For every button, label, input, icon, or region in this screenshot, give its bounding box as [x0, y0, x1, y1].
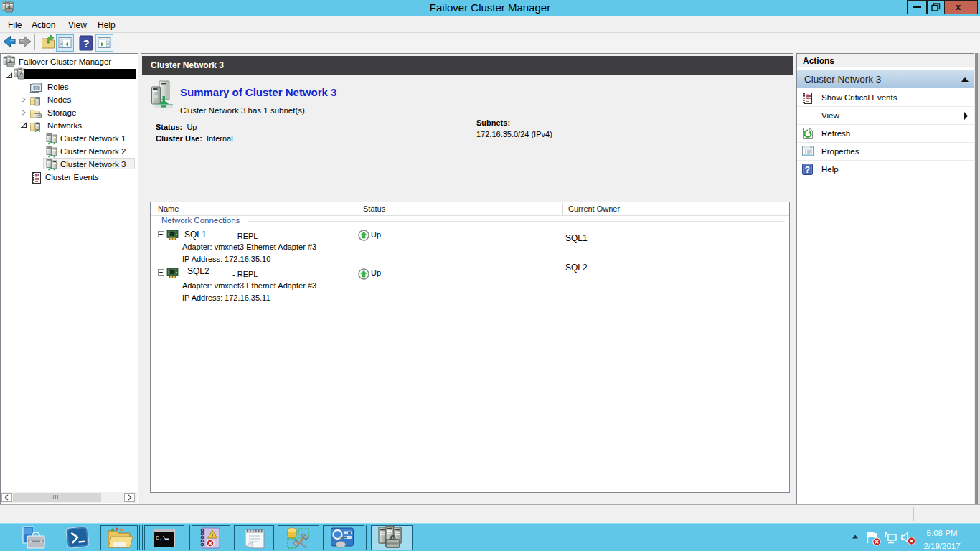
svg-text:!: ! [212, 532, 214, 539]
svg-text:?: ? [805, 165, 810, 175]
svg-text:?: ? [83, 37, 89, 50]
svg-text:C:\: C:\ [156, 534, 166, 541]
